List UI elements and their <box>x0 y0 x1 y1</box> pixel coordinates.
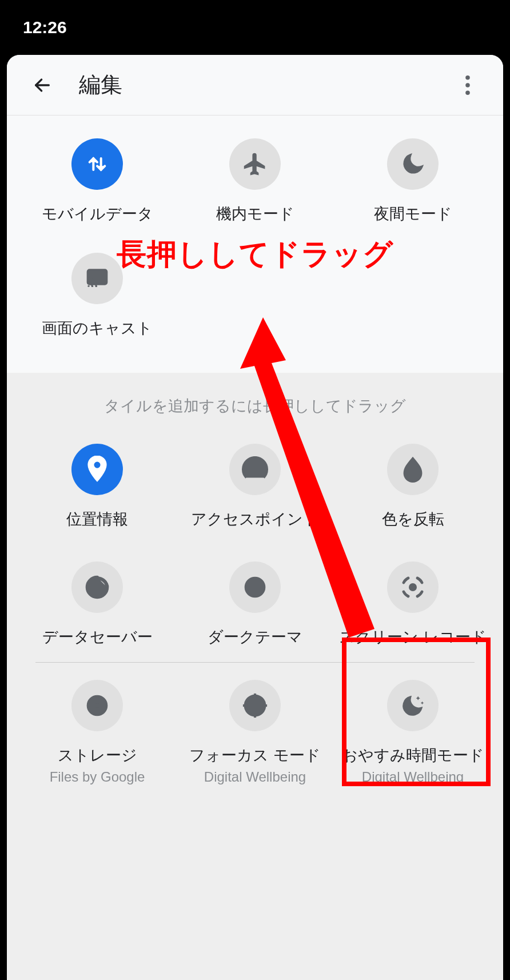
tile-sublabel: Digital Wellbeing <box>362 769 464 785</box>
available-tiles-section: タイルを追加するには長押ししてドラッグ 位置情報 アクセスポイント 色を反転 デ… <box>7 373 503 980</box>
drag-hint-text: タイルを追加するには長押ししてドラッグ <box>18 396 492 416</box>
tile-label: アクセスポイント <box>191 509 319 529</box>
quick-settings-edit-panel: 編集 モバイルデータ 機内モード 夜間モード 画面のキャスト タイルを追加するに… <box>7 55 503 980</box>
location-icon <box>71 444 123 495</box>
header: 編集 <box>7 55 503 115</box>
svg-point-13 <box>95 703 99 707</box>
tile-label: 位置情報 <box>66 509 128 529</box>
arrow-left-icon <box>33 75 52 95</box>
bedtime-icon <box>387 680 439 731</box>
svg-point-15 <box>245 696 265 716</box>
tile-label: 機内モード <box>216 204 294 224</box>
active-tiles-section: モバイルデータ 機内モード 夜間モード 画面のキャスト <box>7 115 503 373</box>
tile-label: 色を反転 <box>382 509 444 529</box>
dark-icon <box>229 561 281 613</box>
data-icon <box>71 138 123 190</box>
tile-sublabel: Digital Wellbeing <box>204 769 306 785</box>
tile-label: おやすみ時間モード <box>342 745 484 766</box>
tile-label: ダークテーマ <box>208 627 302 647</box>
tile-cast[interactable]: 画面のキャスト <box>18 253 176 338</box>
storage-icon <box>71 680 123 731</box>
svg-rect-6 <box>87 270 106 284</box>
page-title: 編集 <box>79 70 122 99</box>
focus-icon <box>229 680 281 731</box>
tile-data[interactable]: モバイルデータ <box>18 138 176 224</box>
tile-moon[interactable]: 夜間モード <box>334 138 492 224</box>
tile-airplane[interactable]: 機内モード <box>176 138 334 224</box>
svg-point-2 <box>465 83 470 87</box>
tile-record[interactable]: スクリーン レコード <box>334 561 492 647</box>
moon-icon <box>387 138 439 190</box>
tile-invert[interactable]: 色を反転 <box>334 444 492 529</box>
airplane-icon <box>229 138 281 190</box>
more-vert-icon <box>465 75 470 95</box>
tile-label: スクリーン レコード <box>339 627 487 647</box>
tile-hotspot[interactable]: アクセスポイント <box>176 444 334 529</box>
tile-label: モバイルデータ <box>42 204 153 224</box>
tile-label: データセーバー <box>42 627 153 647</box>
svg-point-7 <box>87 285 89 287</box>
tile-label: ストレージ <box>58 745 137 766</box>
tile-label: 夜間モード <box>374 204 452 224</box>
status-bar: 12:26 <box>0 0 510 55</box>
tile-focus[interactable]: フォーカス モード Digital Wellbeing <box>176 680 334 785</box>
invert-icon <box>387 444 439 495</box>
tile-datasaver[interactable]: データセーバー <box>18 561 176 647</box>
overflow-menu-button[interactable] <box>452 69 484 101</box>
svg-point-3 <box>465 90 470 95</box>
status-time: 12:26 <box>23 18 67 37</box>
back-button[interactable] <box>26 69 58 101</box>
tile-storage[interactable]: ストレージ Files by Google <box>18 680 176 785</box>
tile-bedtime[interactable]: おやすみ時間モード Digital Wellbeing <box>334 680 492 785</box>
tile-location[interactable]: 位置情報 <box>18 444 176 529</box>
cast-icon <box>71 253 123 304</box>
tile-dark[interactable]: ダークテーマ <box>176 561 334 647</box>
tile-sublabel: Files by Google <box>50 769 145 785</box>
svg-point-8 <box>94 461 101 469</box>
svg-point-1 <box>465 75 470 80</box>
record-icon <box>387 561 439 613</box>
datasaver-icon <box>71 561 123 613</box>
svg-point-11 <box>409 583 417 591</box>
tile-label: 画面のキャスト <box>42 318 153 338</box>
hotspot-icon <box>229 444 281 495</box>
tile-label: フォーカス モード <box>189 745 321 766</box>
